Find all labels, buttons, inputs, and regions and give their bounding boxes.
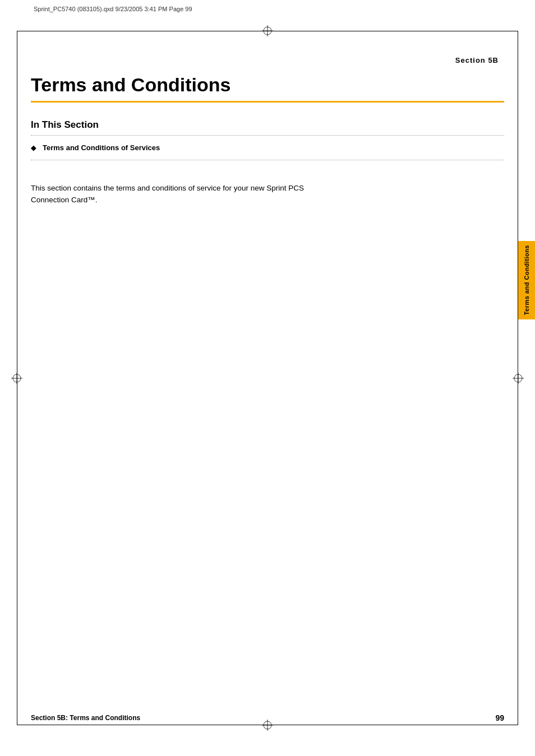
footer: Section 5B: Terms and Conditions 99 [31, 713, 504, 722]
reg-mark-left [11, 373, 22, 384]
reg-mark-right [513, 373, 524, 384]
reg-mark-top [262, 25, 273, 36]
page-title: Terms and Conditions [31, 75, 504, 95]
in-this-section-heading: In This Section [31, 119, 504, 131]
header-file-info: Sprint_PC5740 (083105).qxd 9/23/2005 3:4… [34, 6, 192, 12]
body-paragraph: This section contains the terms and cond… [31, 183, 322, 206]
dotted-line-top [31, 135, 504, 136]
side-tab: Terms and Conditions [518, 241, 535, 319]
list-item: ◆ Terms and Conditions of Services [31, 140, 504, 155]
title-rule [31, 101, 504, 103]
list-item-text: Terms and Conditions of Services [43, 143, 160, 152]
dotted-line-bottom [31, 160, 504, 160]
diamond-bullet-icon: ◆ [31, 144, 36, 152]
footer-section-label: Section 5B: Terms and Conditions [31, 714, 140, 722]
main-content: Section 5B Terms and Conditions In This … [31, 39, 504, 717]
section-label: Section 5B [31, 39, 504, 64]
side-tab-label: Terms and Conditions [523, 245, 530, 315]
footer-page-number: 99 [495, 713, 504, 722]
